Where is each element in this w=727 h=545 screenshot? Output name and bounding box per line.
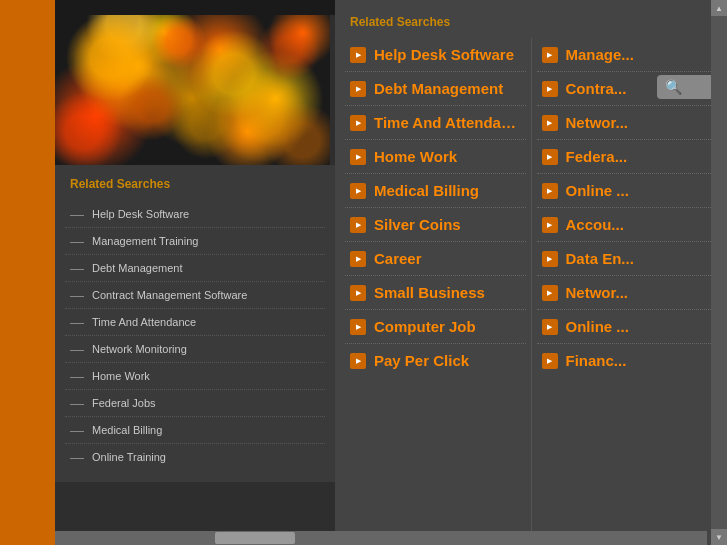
arrow-icon: — [70,422,84,438]
arrow-icon: — [70,395,84,411]
result-label: Contra... [566,80,627,97]
sidebar-link-label: Home Work [92,370,150,382]
result-arrow-icon [542,81,558,97]
result-label: Federa... [566,148,628,165]
sidebar-title: Related Searches [65,177,325,191]
result-arrow-icon [542,353,558,369]
results-column-1: Help Desk Software Debt Management Time … [345,38,526,543]
result-item-manage[interactable]: Manage... [537,38,718,72]
sidebar-item-federal-jobs[interactable]: — Federal Jobs [65,390,325,417]
result-arrow-icon [542,183,558,199]
arrow-icon: — [70,233,84,249]
result-arrow-icon [350,353,366,369]
result-item-debt-management[interactable]: Debt Management [345,72,526,106]
scrollbar-track [55,531,707,545]
search-icon: 🔍 [665,79,682,95]
arrow-icon: — [70,449,84,465]
result-arrow-icon [350,183,366,199]
result-item-home-work[interactable]: Home Work [345,140,526,174]
result-arrow-icon [542,319,558,335]
result-item-networ2[interactable]: Networ... [537,276,718,310]
result-label: Data En... [566,250,634,267]
left-sidebar: Related Searches — Help Desk Software — … [55,165,335,482]
result-item-online1[interactable]: Online ... [537,174,718,208]
result-item-networ1[interactable]: Networ... [537,106,718,140]
sidebar-item-management-training[interactable]: — Management Training [65,228,325,255]
result-arrow-icon [542,115,558,131]
right-panel-title: Related Searches [350,15,450,29]
result-arrow-icon [350,319,366,335]
result-label: Manage... [566,46,634,63]
result-label: Silver Coins [374,216,461,233]
result-label: Career [374,250,422,267]
sidebar-link-label: Contract Management Software [92,289,247,301]
sidebar-link-label: Time And Attendance [92,316,196,328]
sidebar-item-home-work[interactable]: — Home Work [65,363,325,390]
result-item-computer-job[interactable]: Computer Job [345,310,526,344]
result-label: Accou... [566,216,624,233]
result-item-pay-per-click[interactable]: Pay Per Click [345,344,526,377]
arrow-icon: — [70,287,84,303]
right-scrollbar: ▲ ▼ [711,0,727,545]
sidebar-item-network-monitoring[interactable]: — Network Monitoring [65,336,325,363]
result-label: Debt Management [374,80,503,97]
result-label: Pay Per Click [374,352,469,369]
scroll-track [711,16,727,529]
result-label: Networ... [566,284,629,301]
sidebar-item-contract-management[interactable]: — Contract Management Software [65,282,325,309]
sidebar-item-online-training[interactable]: — Online Training [65,444,325,470]
result-label: Computer Job [374,318,476,335]
result-arrow-icon [350,115,366,131]
result-label: Time And Attendance [374,114,521,131]
result-arrow-icon [542,217,558,233]
bottom-scrollbar[interactable] [55,531,707,545]
result-item-time-attendance[interactable]: Time And Attendance [345,106,526,140]
result-item-silver-coins[interactable]: Silver Coins [345,208,526,242]
arrow-icon: — [70,260,84,276]
result-item-financ[interactable]: Financ... [537,344,718,377]
result-label: Online ... [566,318,629,335]
sidebar-link-label: Management Training [92,235,198,247]
scroll-up-button[interactable]: ▲ [711,0,727,16]
sidebar-link-label: Online Training [92,451,166,463]
result-arrow-icon [350,47,366,63]
result-item-data-en[interactable]: Data En... [537,242,718,276]
arrow-icon: — [70,206,84,222]
result-arrow-icon [542,285,558,301]
arrow-icon: — [70,314,84,330]
result-item-career[interactable]: Career [345,242,526,276]
hero-image [55,0,330,165]
result-label: Small Business [374,284,485,301]
result-arrow-icon [350,81,366,97]
result-item-medical-billing[interactable]: Medical Billing [345,174,526,208]
sidebar-link-label: Help Desk Software [92,208,189,220]
result-item-accou[interactable]: Accou... [537,208,718,242]
result-item-help-desk[interactable]: Help Desk Software [345,38,526,72]
result-arrow-icon [350,149,366,165]
scrollbar-thumb[interactable] [215,532,295,544]
result-arrow-icon [350,217,366,233]
result-label: Financ... [566,352,627,369]
result-item-online2[interactable]: Online ... [537,310,718,344]
sidebar-link-label: Federal Jobs [92,397,156,409]
column-divider [531,38,532,543]
sidebar-item-time-attendance[interactable]: — Time And Attendance [65,309,325,336]
result-label: Networ... [566,114,629,131]
result-item-federa[interactable]: Federa... [537,140,718,174]
result-item-small-business[interactable]: Small Business [345,276,526,310]
result-arrow-icon [542,149,558,165]
right-panel-content: Help Desk Software Debt Management Time … [335,38,727,543]
sidebar-item-medical-billing[interactable]: — Medical Billing [65,417,325,444]
right-panel-header: Related Searches [335,0,727,38]
sidebar-link-label: Medical Billing [92,424,162,436]
result-arrow-icon [542,251,558,267]
result-arrow-icon [350,251,366,267]
orange-accent-bar [0,0,55,545]
results-column-2: Manage... Contra... Networ... Federa... … [537,38,718,543]
scroll-down-button[interactable]: ▼ [711,529,727,545]
sidebar-link-label: Network Monitoring [92,343,187,355]
result-label: Home Work [374,148,457,165]
arrow-icon: — [70,368,84,384]
sidebar-item-debt-management[interactable]: — Debt Management [65,255,325,282]
sidebar-item-help-desk[interactable]: — Help Desk Software [65,201,325,228]
